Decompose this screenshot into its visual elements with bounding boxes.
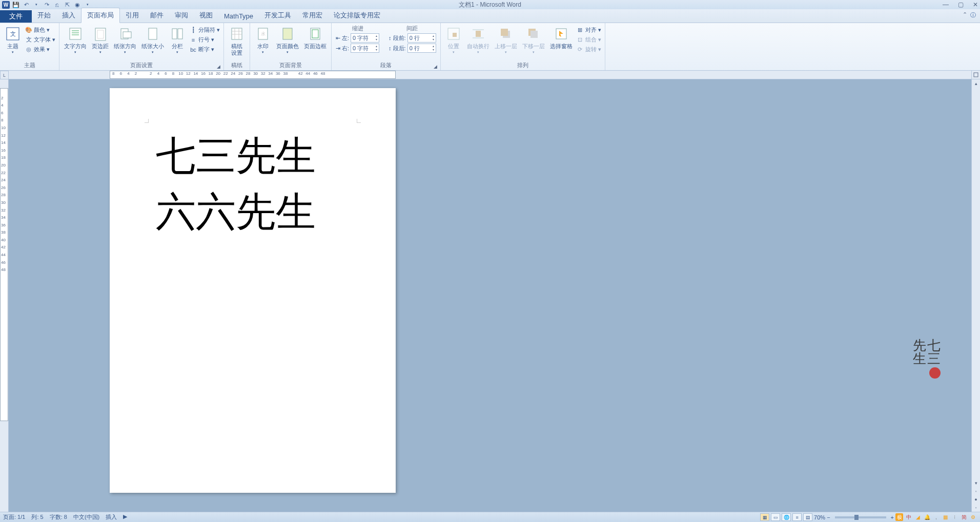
view-web-layout-button[interactable]: 🌐 [782, 513, 791, 521]
wrap-text-button[interactable]: 自动换行▾ [464, 25, 492, 55]
tray-settings-icon[interactable]: ⚙ [969, 513, 977, 521]
qat-extra2-icon[interactable]: ⇱ [63, 1, 71, 9]
zoom-out-button[interactable]: − [827, 514, 830, 520]
tab-developer[interactable]: 开发工具 [259, 8, 297, 23]
indent-left-input[interactable]: 0 字符▴▾ [351, 33, 379, 43]
themes-button[interactable]: 文 主题 ▾ [2, 25, 24, 55]
status-macro-icon[interactable]: ▶ [123, 513, 127, 521]
position-button[interactable]: 位置▾ [443, 25, 464, 55]
scroll-up-button[interactable]: ▴ [972, 79, 980, 88]
group-button[interactable]: ⊡组合 ▾ [577, 35, 601, 44]
tray-lang-icon[interactable]: 中 [905, 513, 912, 521]
quick-access-toolbar: W 💾 ↶ ▾ ↷ ⎌ ⇱ ◉ ▾ [0, 1, 92, 9]
spacing-before-input[interactable]: 0 行▴▾ [407, 33, 436, 43]
save-icon[interactable]: 💾 [12, 1, 20, 9]
page: 七三先生 六六先生 [110, 88, 396, 493]
ruler-toggle-button[interactable] [971, 71, 980, 79]
selection-pane-button[interactable]: 选择窗格 [547, 25, 575, 51]
window-title: 文档1 - Microsoft Word [459, 1, 521, 9]
view-full-screen-button[interactable]: ▭ [771, 513, 780, 521]
close-button[interactable]: ✕ [973, 1, 978, 8]
paragraph-dialog-launcher[interactable]: ◢ [434, 64, 437, 69]
page-setup-dialog-launcher[interactable]: ◢ [217, 64, 220, 69]
undo-icon[interactable]: ↶ [22, 1, 30, 9]
bring-forward-button[interactable]: 上移一层▾ [492, 25, 520, 55]
margins-button[interactable]: 页边距▾ [89, 25, 111, 55]
indent-header: 缩进 [336, 25, 379, 32]
page-color-button[interactable]: 页面颜色▾ [274, 25, 301, 55]
horizontal-ruler-row: L 86422468101214161820222426283032343638… [0, 71, 980, 79]
tab-home[interactable]: 开始 [32, 8, 56, 23]
size-button[interactable]: 纸张大小▾ [139, 25, 167, 55]
rotate-button[interactable]: ⟳旋转 ▾ [577, 45, 601, 54]
doc-line-2[interactable]: 六六先生 [156, 184, 316, 240]
tab-references[interactable]: 引用 [120, 8, 145, 23]
tab-review[interactable]: 审阅 [169, 8, 194, 23]
maximize-button[interactable]: ▢ [958, 1, 964, 8]
tab-macros1[interactable]: 常用宏 [297, 8, 328, 23]
qat-extra3-icon[interactable]: ◉ [73, 1, 81, 9]
qat-extra1-icon[interactable]: ⎌ [53, 1, 61, 9]
group-manuscript: 稿纸 设置 稿纸 [224, 23, 250, 70]
redo-icon[interactable]: ↷ [43, 1, 51, 9]
doc-line-1[interactable]: 七三先生 [156, 128, 316, 184]
manuscript-button[interactable]: 稿纸 设置 [226, 25, 248, 57]
browse-prev-button[interactable]: ◦ [972, 487, 980, 495]
status-language[interactable]: 中文(中国) [73, 513, 99, 521]
svg-rect-31 [530, 31, 538, 38]
file-tab[interactable]: 文件 [0, 10, 32, 23]
document-text[interactable]: 七三先生 六六先生 [156, 128, 316, 240]
tray-icon-7[interactable]: ⁝ [951, 513, 958, 521]
tab-macros2[interactable]: 论文排版专用宏 [328, 8, 386, 23]
theme-fonts-button[interactable]: 文文字体 ▾ [25, 35, 55, 44]
indent-right-input[interactable]: 0 字符▴▾ [351, 44, 379, 53]
zoom-percent[interactable]: 70% [814, 514, 825, 520]
tray-icon-5[interactable]: , [932, 513, 940, 521]
status-column[interactable]: 列: 5 [31, 513, 43, 521]
view-print-layout-button[interactable]: ▦ [760, 513, 769, 521]
columns-button[interactable]: 分栏▾ [167, 25, 188, 55]
qat-dropdown-icon[interactable]: ▾ [32, 1, 40, 9]
status-page[interactable]: 页面: 1/1 [3, 513, 25, 521]
tab-view[interactable]: 视图 [194, 8, 218, 23]
watermark-button[interactable]: 水 水印▾ [252, 25, 274, 55]
breaks-button[interactable]: ┇分隔符 ▾ [190, 26, 220, 34]
ruler-corner[interactable]: L [0, 71, 9, 79]
tab-mathtype[interactable]: MathType [218, 10, 259, 23]
spacing-after-input[interactable]: 0 行▴▾ [407, 44, 436, 53]
text-direction-button[interactable]: 文字方向▾ [62, 25, 89, 55]
tab-mailings[interactable]: 邮件 [145, 8, 169, 23]
status-words[interactable]: 字数: 8 [50, 513, 67, 521]
send-backward-button[interactable]: 下移一层▾ [520, 25, 547, 55]
zoom-slider[interactable] [835, 516, 886, 518]
tab-insert[interactable]: 插入 [56, 8, 81, 23]
theme-effects-button[interactable]: ◎效果 ▾ [25, 45, 55, 54]
align-button[interactable]: ⊞对齐 ▾ [577, 26, 601, 34]
document-canvas[interactable]: 七三先生 六六先生 先 生 七 三 [9, 79, 971, 512]
page-borders-button[interactable]: 页面边框 [301, 25, 329, 51]
view-draft-button[interactable]: ▤ [803, 513, 812, 521]
minimize-button[interactable]: — [943, 1, 949, 8]
svg-rect-20 [283, 28, 292, 39]
status-mode[interactable]: 插入 [106, 513, 117, 521]
tray-icon-8[interactable]: 简 [960, 513, 968, 521]
vertical-ruler[interactable]: 2468101214161820222426283032343638404244… [0, 79, 8, 512]
zoom-in-button[interactable]: + [891, 514, 894, 520]
tray-icon-4[interactable]: 🔔 [923, 513, 931, 521]
tray-icon-3[interactable]: ◢ [914, 513, 922, 521]
line-numbers-button[interactable]: ≡行号 ▾ [190, 35, 220, 44]
tab-page-layout[interactable]: 页面布局 [81, 8, 120, 23]
tray-ime-icon[interactable]: 极 [895, 513, 903, 521]
vertical-scrollbar[interactable]: ▴ ▾ ◦ ● ◦ [971, 79, 980, 512]
view-outline-button[interactable]: ≡ [792, 513, 802, 521]
minimize-ribbon-icon[interactable]: ⌃ [963, 11, 967, 19]
browse-next-button[interactable]: ◦ [972, 504, 980, 512]
theme-colors-button[interactable]: 🎨颜色 ▾ [25, 26, 55, 34]
orientation-button[interactable]: 纸张方向▾ [111, 25, 139, 55]
browse-object-button[interactable]: ● [972, 495, 980, 504]
horizontal-ruler[interactable]: 8642246810121416182022242628303234363842… [9, 71, 971, 79]
tray-icon-6[interactable]: ▦ [942, 513, 949, 521]
hyphenation-button[interactable]: bc断字 ▾ [190, 45, 220, 54]
scroll-down-button[interactable]: ▾ [972, 479, 980, 487]
help-icon[interactable]: ⓘ [970, 11, 976, 19]
